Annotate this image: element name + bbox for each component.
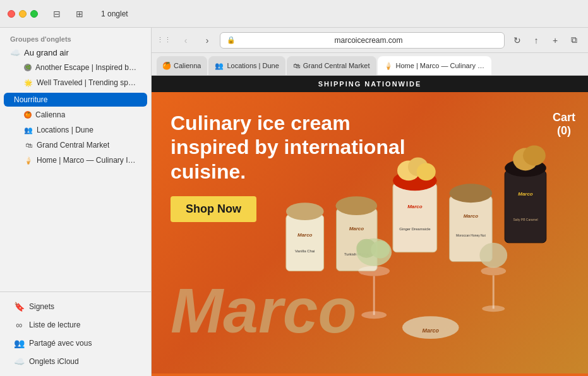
tab-overview-button[interactable]: ⊞ — [71, 5, 88, 23]
bookmarks-label: Signets — [29, 302, 54, 311]
shipping-banner: SHIPPING NATIONWIDE — [152, 76, 588, 92]
nourriture-group-label: Nourriture — [14, 95, 47, 104]
locations-tab-favicon: 👥 — [215, 62, 224, 70]
svg-point-27 — [362, 312, 387, 319]
home-marco-tab-favicon: 🍦 — [384, 62, 393, 70]
svg-text:Marco: Marco — [464, 213, 479, 219]
svg-text:Vanilla Chai: Vanilla Chai — [296, 249, 315, 253]
another-escape-favicon: 🌿 — [24, 64, 32, 71]
svg-point-33 — [483, 306, 505, 312]
tab-group-nourriture[interactable]: Nourriture — [4, 93, 147, 107]
svg-text:Marco: Marco — [423, 327, 440, 334]
shipping-text: SHIPPING NATIONWIDE — [318, 80, 422, 88]
cloud-icon: ☁️ — [10, 48, 20, 57]
svg-text:Marco: Marco — [519, 192, 534, 197]
svg-point-24 — [524, 146, 546, 166]
hero-title: Culinary ice cream inspired by internati… — [171, 111, 411, 184]
tab-home-marco[interactable]: 🍦 Home | Marco — Culinary Ice Cream — [378, 56, 491, 75]
tab-grand-central[interactable]: 🛍 Grand Central Market — [287, 56, 376, 75]
sidebar-section-label: Groupes d'onglets — [0, 28, 151, 45]
sidebar: Groupes d'onglets ☁️ Au grand air 🌿 Anot… — [0, 28, 152, 376]
traffic-lights — [8, 10, 38, 18]
tab-locations-dune[interactable]: 👥 Locations | Dune — [208, 56, 285, 75]
shared-label: Partagé avec vous — [29, 339, 92, 348]
icloud-icon: ☁️ — [14, 356, 24, 367]
grand-central-tab-title: Grand Central Market — [303, 62, 370, 69]
svg-point-31 — [481, 267, 507, 276]
locations-label: Locations | Dune — [37, 126, 93, 134]
sidebar-item-well-traveled[interactable]: 🌟 Well Traveled | Trending spots, en... — [4, 76, 147, 90]
svg-point-30 — [371, 241, 390, 259]
icloud-tabs-label: Onglets iCloud — [29, 357, 79, 366]
well-traveled-label: Well Traveled | Trending spots, en... — [37, 78, 137, 87]
svg-point-25 — [359, 266, 390, 276]
share-button[interactable]: ↑ — [527, 32, 545, 49]
locations-tab-title: Locations | Dune — [227, 62, 279, 69]
shared-icon: 👥 — [14, 338, 24, 348]
browser-toolbar: ⋮⋮ ‹ › 🔒 marcoicecream.com ↻ ↑ + ⧉ — [152, 28, 588, 53]
bookmark-icon: 🔖 — [14, 302, 24, 312]
reading-list-item[interactable]: ∞ Liste de lecture — [4, 316, 147, 334]
svg-rect-0 — [286, 214, 324, 271]
svg-text:Marco: Marco — [349, 226, 364, 232]
tab-group-au-grand-air[interactable]: ☁️ Au grand air — [0, 45, 151, 60]
locations-favicon: 👥 — [24, 126, 33, 134]
svg-point-18 — [450, 184, 493, 203]
lock-icon: 🔒 — [227, 36, 236, 44]
svg-text:Salty PB Caramel: Salty PB Caramel — [513, 218, 538, 221]
grand-central-label: Grand Central Market — [37, 141, 109, 150]
reading-list-label: Liste de lecture — [29, 320, 80, 329]
home-marco-favicon: 🍦 — [24, 156, 33, 165]
hero-section: Marco Culinary ice cream inspired by int… — [152, 92, 588, 373]
well-traveled-favicon: 🌟 — [24, 78, 33, 87]
calienna-tab-favicon: 🍊 — [163, 62, 171, 69]
sidebar-footer: 🔖 Signets ∞ Liste de lecture 👥 Partagé a… — [0, 291, 151, 376]
toolbar-actions: ↻ ↑ + ⧉ — [508, 32, 583, 49]
sidebar-item-grand-central[interactable]: 🛍 Grand Central Market — [4, 138, 147, 152]
forward-button[interactable]: › — [198, 32, 216, 49]
fullscreen-button[interactable] — [30, 10, 38, 18]
address-bar[interactable]: 🔒 marcoicecream.com — [220, 32, 505, 49]
grand-central-tab-favicon: 🛍 — [293, 62, 300, 69]
grand-central-favicon: 🛍 — [24, 141, 33, 150]
calienna-label: Calienna — [35, 110, 65, 119]
sidebar-toggle-button[interactable]: ⊟ — [48, 5, 66, 23]
svg-rect-19 — [505, 171, 547, 243]
svg-text:Marco: Marco — [298, 232, 313, 238]
tab-count-label: 1 onglet — [101, 9, 128, 18]
calienna-favicon: 🍊 — [24, 111, 32, 119]
sidebar-item-locations-dune[interactable]: 👥 Locations | Dune — [4, 123, 147, 137]
browser-area: ⋮⋮ ‹ › 🔒 marcoicecream.com ↻ ↑ + ⧉ 🍊 Cal… — [152, 28, 588, 376]
home-marco-label: Home | Marco — Culinary Ice Cream — [37, 156, 137, 165]
shared-item[interactable]: 👥 Partagé avec vous — [4, 334, 147, 352]
svg-text:Moroccan Honey Nut: Moroccan Honey Nut — [457, 234, 486, 237]
shop-now-button[interactable]: Shop Now — [171, 196, 256, 222]
minimize-button[interactable] — [19, 10, 27, 18]
drag-handle: ⋮⋮ — [157, 36, 172, 44]
sidebar-item-another-escape[interactable]: 🌿 Another Escape | Inspired by nature — [4, 61, 147, 74]
reload-button[interactable]: ↻ — [508, 32, 526, 49]
hero-text-block: Culinary ice cream inspired by internati… — [171, 111, 411, 222]
tab-switcher-button[interactable]: ⧉ — [565, 32, 583, 49]
bookmarks-item[interactable]: 🔖 Signets — [4, 298, 147, 315]
web-content: SHIPPING NATIONWIDE Marco Culinary ice c… — [152, 76, 588, 376]
sidebar-item-home-marco[interactable]: 🍦 Home | Marco — Culinary Ice Cream — [4, 153, 147, 167]
tab-calienna[interactable]: 🍊 Calienna — [157, 56, 207, 75]
tabs-bar: 🍊 Calienna 👥 Locations | Dune 🛍 Grand Ce… — [152, 53, 588, 76]
main-container: Groupes d'onglets ☁️ Au grand air 🌿 Anot… — [0, 28, 588, 376]
sidebar-item-calienna[interactable]: 🍊 Calienna — [4, 108, 147, 122]
svg-text:Ginger Dreamsicle: Ginger Dreamsicle — [400, 227, 431, 231]
another-escape-label: Another Escape | Inspired by nature — [35, 63, 137, 72]
icloud-tabs-item[interactable]: ☁️ Onglets iCloud — [4, 353, 147, 370]
reading-list-icon: ∞ — [14, 320, 24, 330]
svg-point-34 — [480, 243, 508, 268]
close-button[interactable] — [8, 10, 15, 18]
back-button[interactable]: ‹ — [177, 32, 195, 49]
title-bar: ⊟ ⊞ 1 onglet — [0, 0, 588, 28]
calienna-tab-title: Calienna — [174, 62, 201, 69]
new-tab-button[interactable]: + — [546, 32, 564, 49]
svg-point-14 — [417, 163, 436, 181]
tab-group-name: Au grand air — [24, 48, 69, 57]
home-marco-tab-title: Home | Marco — Culinary Ice Cream — [396, 62, 485, 69]
url-text: marcoicecream.com — [239, 36, 498, 45]
